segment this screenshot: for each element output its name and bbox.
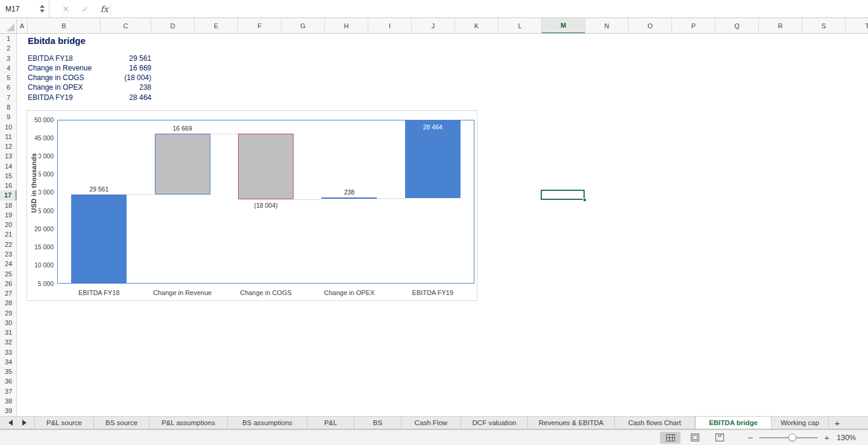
column-header-I[interactable]: I: [368, 18, 412, 34]
column-header-J[interactable]: J: [412, 18, 455, 34]
bar-change-in-cogs[interactable]: [238, 134, 294, 199]
column-header-B[interactable]: B: [28, 18, 101, 34]
name-box-spinner[interactable]: [38, 3, 46, 15]
row-header-37[interactable]: 37: [0, 387, 17, 396]
row-header-34[interactable]: 34: [0, 357, 17, 367]
row-header-11[interactable]: 11: [0, 132, 17, 142]
row-header-12[interactable]: 12: [0, 142, 17, 151]
row-header-10[interactable]: 10: [0, 122, 17, 131]
row-header-17[interactable]: 17: [0, 190, 17, 200]
row-header-7[interactable]: 7: [0, 93, 17, 102]
row-header-15[interactable]: 15: [0, 171, 17, 181]
row-header-16[interactable]: 16: [0, 181, 17, 190]
row-header-22[interactable]: 22: [0, 240, 17, 249]
select-all-corner[interactable]: [0, 18, 17, 34]
zoom-in-button[interactable]: +: [824, 432, 829, 443]
column-header-A[interactable]: A: [17, 18, 28, 34]
row-header-19[interactable]: 19: [0, 210, 17, 220]
sheet-tab-working-cap[interactable]: Working cap: [772, 417, 829, 429]
sheet-tab-bs-assumptions[interactable]: BS assumptions: [228, 417, 307, 429]
row-header-24[interactable]: 24: [0, 259, 17, 269]
row-header-29[interactable]: 29: [0, 308, 17, 317]
sheet-grid[interactable]: Ebitda bridge EBITDA FY1829 561Change in…: [17, 34, 868, 416]
row-header-9[interactable]: 9: [0, 112, 17, 122]
row-header-32[interactable]: 32: [0, 337, 17, 347]
zoom-percentage[interactable]: 130%: [837, 434, 858, 442]
row-header-28[interactable]: 28: [0, 298, 17, 308]
spinner-down-icon[interactable]: [40, 10, 45, 13]
row-header-30[interactable]: 30: [0, 318, 17, 328]
row-header-27[interactable]: 27: [0, 288, 17, 298]
sheet-tab-revenues-ebitda[interactable]: Revenues & EBITDA: [528, 417, 615, 429]
row-header-14[interactable]: 14: [0, 161, 17, 170]
row-header-35[interactable]: 35: [0, 367, 17, 376]
spinner-up-icon[interactable]: [40, 5, 45, 8]
sheet-tab-bs[interactable]: BS: [354, 417, 401, 429]
column-header-T[interactable]: T: [846, 18, 868, 34]
row-header-39[interactable]: 39: [0, 406, 17, 415]
page-layout-view-button[interactable]: [685, 432, 705, 444]
column-header-L[interactable]: L: [498, 18, 542, 34]
bar-ebitda-fy18[interactable]: [71, 194, 127, 284]
fill-handle[interactable]: [583, 198, 587, 202]
sheet-tab-ebitda-bridge[interactable]: EBITDA bridge: [695, 417, 772, 429]
column-header-F[interactable]: F: [238, 18, 281, 34]
sheet-tab-p-l-source[interactable]: P&L source: [35, 417, 94, 429]
column-header-S[interactable]: S: [802, 18, 846, 34]
row-header-21[interactable]: 21: [0, 229, 17, 239]
row-header-25[interactable]: 25: [0, 269, 17, 278]
bar-change-in-opex[interactable]: [321, 198, 377, 199]
page-break-preview-button[interactable]: [709, 432, 730, 444]
row-header-3[interactable]: 3: [0, 54, 17, 63]
normal-view-button[interactable]: [660, 432, 681, 444]
row-header-26[interactable]: 26: [0, 279, 17, 288]
zoom-slider-handle[interactable]: [788, 434, 796, 441]
zoom-out-button[interactable]: −: [747, 432, 753, 443]
column-header-E[interactable]: E: [195, 18, 238, 34]
zoom-slider[interactable]: [759, 434, 818, 442]
row-header-2[interactable]: 2: [0, 43, 17, 53]
sheet-tab-cash-flows-chart[interactable]: Cash flows Chart: [615, 417, 695, 429]
row-header-18[interactable]: 18: [0, 201, 17, 210]
cancel-icon[interactable]: ✕: [60, 4, 71, 14]
row-header-5[interactable]: 5: [0, 73, 17, 82]
formula-input[interactable]: [115, 0, 868, 17]
tab-scroll-right-icon[interactable]: [22, 420, 27, 426]
enter-icon[interactable]: ✓: [80, 4, 90, 14]
row-header-20[interactable]: 20: [0, 220, 17, 229]
row-header-6[interactable]: 6: [0, 82, 17, 92]
column-header-M[interactable]: M: [542, 18, 585, 34]
row-header-13[interactable]: 13: [0, 151, 17, 161]
column-header-P[interactable]: P: [672, 18, 715, 34]
column-header-N[interactable]: N: [585, 18, 629, 34]
column-header-R[interactable]: R: [759, 18, 802, 34]
tab-scroll-left-icon[interactable]: [8, 420, 13, 426]
row-header-4[interactable]: 4: [0, 63, 17, 73]
row-header-23[interactable]: 23: [0, 249, 17, 259]
column-header-H[interactable]: H: [325, 18, 368, 34]
name-box[interactable]: M17: [0, 0, 49, 17]
waterfall-chart[interactable]: 50 00045 00040 00035 00030 00025 00020 0…: [27, 110, 477, 301]
row-header-38[interactable]: 38: [0, 396, 17, 406]
row-header-8[interactable]: 8: [0, 102, 17, 112]
row-header-36[interactable]: 36: [0, 376, 17, 386]
insert-function-icon[interactable]: fx: [99, 4, 110, 14]
column-header-O[interactable]: O: [629, 18, 672, 34]
sheet-tab-dcf-valuation[interactable]: DCF valuation: [461, 417, 528, 429]
column-header-C[interactable]: C: [101, 18, 151, 34]
column-header-D[interactable]: D: [151, 18, 195, 34]
bar-ebitda-fy19[interactable]: [405, 120, 461, 198]
column-header-K[interactable]: K: [455, 18, 498, 34]
row-header-33[interactable]: 33: [0, 347, 17, 357]
sheet-tab-cash-flow[interactable]: Cash Flow: [401, 417, 461, 429]
row-header-31[interactable]: 31: [0, 328, 17, 337]
selected-cell[interactable]: [541, 190, 585, 200]
sheet-tab-p-l[interactable]: P&L: [307, 417, 354, 429]
column-header-G[interactable]: G: [281, 18, 325, 34]
add-sheet-button[interactable]: +: [829, 417, 846, 429]
row-header-1[interactable]: 1: [0, 34, 17, 43]
sheet-tab-p-l-assumptions[interactable]: P&L assumptions: [149, 417, 228, 429]
column-header-Q[interactable]: Q: [715, 18, 759, 34]
sheet-tab-bs-source[interactable]: BS source: [94, 417, 149, 429]
bar-change-in-revenue[interactable]: [155, 134, 210, 194]
